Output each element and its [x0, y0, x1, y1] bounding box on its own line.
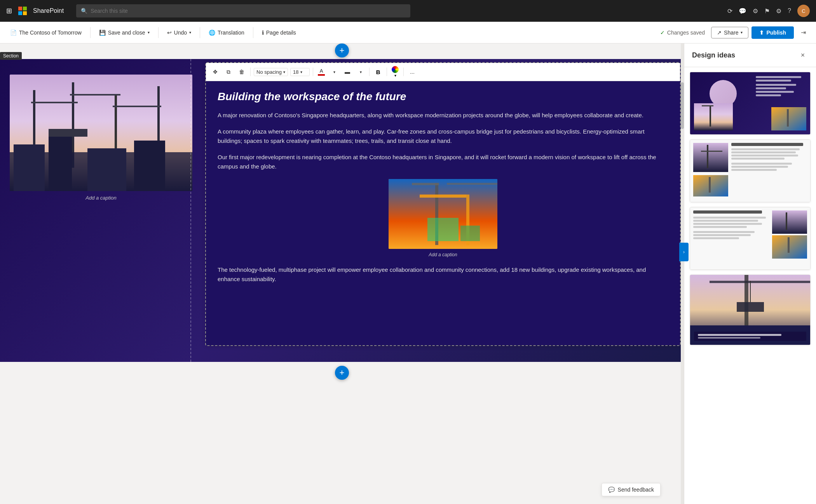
move-icon[interactable]: ✥ [210, 66, 221, 77]
svg-rect-31 [709, 177, 711, 193]
flag-icon[interactable]: ⚑ [764, 7, 770, 15]
highlight-chevron[interactable]: ▾ [355, 66, 366, 77]
svg-rect-21 [460, 226, 480, 241]
undo-button[interactable]: ↩ Undo ▾ [163, 27, 195, 38]
nav-icons: ⟳ 💬 ⚙ ⚑ ⚙ ? C [727, 5, 810, 17]
copy-icon[interactable]: ⧉ [223, 66, 234, 77]
svg-rect-5 [31, 102, 78, 103]
design-preview-3 [690, 207, 810, 269]
add-section-top-area: + [0, 43, 684, 59]
article-image-container: Add a caption [218, 179, 668, 257]
share-button[interactable]: ↗ Share ▾ [711, 27, 748, 38]
save-close-button[interactable]: 💾 Save and close ▾ [95, 27, 153, 38]
toolbar-divider-3 [200, 27, 200, 38]
design-preview-2 [690, 140, 810, 202]
more-options[interactable]: ... [407, 66, 418, 77]
section-divider [190, 59, 191, 362]
theme-chevron: ▾ [394, 73, 396, 78]
translation-button[interactable]: 🌐 Translation [205, 27, 248, 38]
search-icon: 🔍 [81, 8, 87, 14]
et-divider-3 [369, 68, 370, 76]
theme-color-button[interactable]: ▾ [390, 65, 400, 78]
editor-toolbar: ✥ ⧉ 🗑 No spacing ▾ 18 ▾ [206, 63, 680, 81]
microsoft-logo [18, 7, 27, 15]
publish-button[interactable]: ⬆ Publish [751, 26, 794, 39]
design-preview-4 [690, 275, 810, 345]
svg-rect-20 [427, 218, 459, 241]
delete-icon[interactable]: 🗑 [236, 66, 247, 77]
highlight-button[interactable]: ▬ [342, 66, 353, 77]
search-bar[interactable]: 🔍 [76, 4, 410, 17]
svg-rect-12 [134, 141, 165, 191]
search-input[interactable] [91, 8, 406, 14]
translation-label: Translation [218, 30, 244, 36]
design-card-1[interactable] [690, 72, 811, 135]
help-icon[interactable]: ⟳ [727, 7, 732, 15]
undo-icon: ↩ [167, 30, 172, 36]
et-divider-2 [313, 68, 313, 76]
bold-button[interactable]: B [373, 66, 384, 77]
top-navigation: ⊞ SharePoint 🔍 ⟳ 💬 ⚙ ⚑ ⚙ ? C [0, 0, 816, 22]
canvas-scrollbar[interactable] [681, 43, 684, 504]
et-divider-1 [250, 68, 251, 76]
svg-rect-32 [772, 210, 807, 234]
svg-rect-13 [49, 129, 87, 137]
settings-icon[interactable]: ⚙ [776, 7, 781, 15]
text-editor-panel[interactable]: ✥ ⧉ 🗑 No spacing ▾ 18 ▾ [206, 63, 680, 345]
question-icon[interactable]: ? [788, 7, 791, 14]
article-image-caption[interactable]: Add a caption [218, 252, 668, 257]
svg-rect-27 [693, 143, 728, 172]
chat-icon[interactable]: 💬 [739, 7, 746, 15]
share-label: Share [724, 30, 738, 36]
panel-resize-handle[interactable]: › [679, 243, 689, 261]
font-color-button[interactable]: A [316, 67, 326, 76]
toolbar-divider-4 [253, 27, 253, 38]
send-feedback-bar[interactable]: 💬 Send feedback [602, 483, 661, 496]
undo-label: Undo [174, 30, 187, 36]
design-card-2[interactable] [690, 139, 811, 202]
svg-rect-33 [786, 212, 787, 230]
translation-icon: 🌐 [209, 30, 215, 36]
card2-img1 [693, 143, 728, 172]
svg-rect-9 [14, 144, 45, 191]
article-paragraph-1: A major renovation of Contoso's Singapor… [218, 111, 668, 120]
card2-text [728, 143, 807, 199]
page-title-item[interactable]: 📄 The Contoso of Tomorrow [6, 27, 85, 38]
toolbar: 📄 The Contoso of Tomorrow 💾 Save and clo… [0, 22, 816, 43]
left-construction-image [10, 75, 192, 191]
card3-layout [690, 207, 810, 269]
share-icon[interactable]: ⚙ [753, 7, 758, 15]
font-color-icon: A [320, 68, 323, 74]
editor-content[interactable]: Building the workspace of the future A m… [206, 81, 680, 345]
design-ideas-title: Design ideas [692, 51, 735, 59]
style-select[interactable]: No spacing ▾ [254, 68, 288, 76]
svg-rect-26 [787, 109, 789, 127]
svg-rect-11 [87, 148, 126, 191]
design-card-3[interactable] [690, 207, 811, 270]
card1-text [756, 76, 806, 98]
design-ideas-close[interactable]: × [797, 50, 808, 61]
main-area: + Section [0, 43, 816, 504]
font-size-select[interactable]: 18 ▾ [290, 68, 310, 76]
page-details-button[interactable]: ℹ Page details [258, 27, 300, 38]
left-image-caption[interactable]: Add a caption [85, 195, 117, 201]
collapse-button[interactable]: ⇥ [797, 26, 810, 38]
canvas-area: + Section [0, 43, 684, 504]
svg-rect-10 [49, 137, 72, 191]
add-section-bottom-button[interactable]: + [335, 366, 349, 380]
article-body-2: The technology-fueled, multiphase projec… [218, 265, 668, 284]
avatar[interactable]: C [797, 5, 810, 17]
add-section-bottom-area: + [0, 362, 684, 384]
add-section-top-button[interactable]: + [335, 43, 349, 57]
left-column: Add a caption [0, 59, 202, 362]
svg-rect-24 [702, 105, 713, 106]
font-color-chevron[interactable]: ▾ [329, 66, 340, 77]
waffle-icon[interactable]: ⊞ [6, 7, 12, 15]
card1-layout [690, 72, 810, 134]
changes-saved-label: Changes saved [667, 30, 705, 36]
text-editor-area: ✥ ⧉ 🗑 No spacing ▾ 18 ▾ [206, 63, 680, 358]
svg-rect-40 [737, 302, 764, 312]
design-card-4[interactable] [690, 275, 811, 345]
style-value: No spacing [256, 69, 282, 75]
svg-rect-23 [710, 105, 711, 127]
